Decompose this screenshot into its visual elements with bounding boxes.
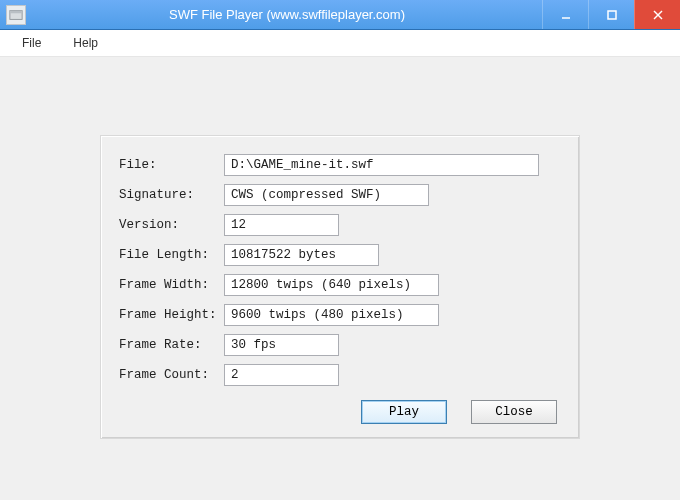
titlebar: SWF File Player (www.swffileplayer.com) [0,0,680,30]
value-frame-width[interactable]: 12800 twips (640 pixels) [224,274,439,296]
value-file-length[interactable]: 10817522 bytes [224,244,379,266]
value-version[interactable]: 12 [224,214,339,236]
value-frame-height[interactable]: 9600 twips (480 pixels) [224,304,439,326]
label-version: Version: [119,218,224,232]
value-frame-count[interactable]: 2 [224,364,339,386]
properties-groupbox: File: D:\GAME_mine-it.swf Signature: CWS… [100,135,580,439]
close-window-button[interactable] [634,0,680,29]
label-file-length: File Length: [119,248,224,262]
menubar: File Help [0,30,680,57]
label-frame-count: Frame Count: [119,368,224,382]
label-frame-height: Frame Height: [119,308,224,322]
value-file[interactable]: D:\GAME_mine-it.swf [224,154,539,176]
svg-rect-3 [608,11,616,19]
close-button[interactable]: Close [471,400,557,424]
maximize-button[interactable] [588,0,634,29]
menu-help[interactable]: Help [69,34,102,52]
label-file: File: [119,158,224,172]
menu-file[interactable]: File [18,34,45,52]
svg-rect-1 [10,10,22,13]
app-icon [6,5,26,25]
label-frame-width: Frame Width: [119,278,224,292]
value-signature[interactable]: CWS (compressed SWF) [224,184,429,206]
label-frame-rate: Frame Rate: [119,338,224,352]
client-area: File: D:\GAME_mine-it.swf Signature: CWS… [0,57,680,500]
label-signature: Signature: [119,188,224,202]
value-frame-rate[interactable]: 30 fps [224,334,339,356]
play-button[interactable]: Play [361,400,447,424]
minimize-button[interactable] [542,0,588,29]
window-title: SWF File Player (www.swffileplayer.com) [32,7,542,22]
